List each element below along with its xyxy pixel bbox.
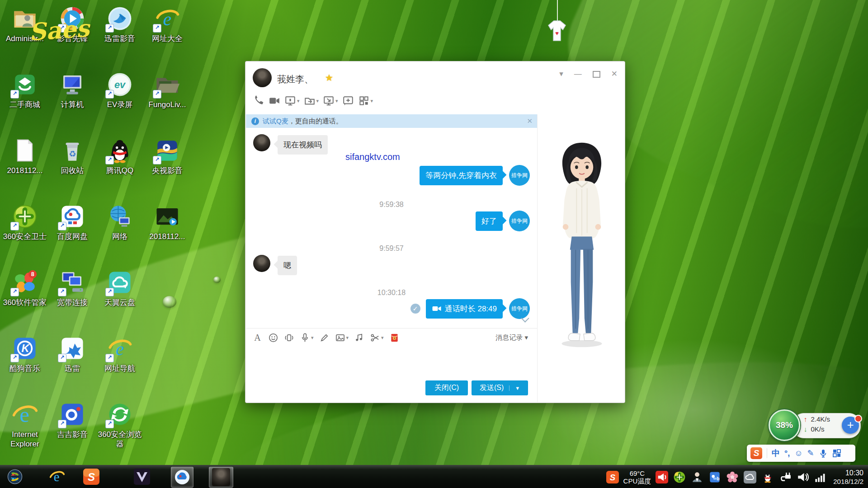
desktop-icon-jiji[interactable]: ↗吉吉影音 xyxy=(48,401,96,439)
outgoing-bubble[interactable]: 等两分钟,先穿着内衣 xyxy=(420,166,503,185)
desktop-icon-qq-penguin[interactable]: ↗腾讯QQ xyxy=(96,137,144,175)
desktop-icon-document[interactable]: 2018112... xyxy=(1,137,49,175)
ime-toolbox-icon[interactable] xyxy=(832,449,841,458)
tray-baidu-doc-icon[interactable]: b xyxy=(708,470,722,484)
tray-volume-icon[interactable] xyxy=(796,470,810,484)
dropdown-caret-icon[interactable]: ▾ xyxy=(346,335,349,341)
font-icon[interactable]: A xyxy=(252,333,263,343)
incoming-bubble[interactable]: 嗯 xyxy=(278,256,297,275)
close-icon[interactable]: ✕ xyxy=(611,70,618,79)
self-avatar[interactable]: 措争网 xyxy=(509,211,530,231)
ime-mode-chinese[interactable]: 中 xyxy=(772,449,780,458)
screen-demo-icon[interactable]: ▾ xyxy=(284,95,300,107)
ime-emoji-icon[interactable]: ☺ xyxy=(794,449,802,458)
taskbar-vagaa-button[interactable] xyxy=(132,467,152,487)
tray-doctor-icon[interactable] xyxy=(690,470,704,484)
desktop-icon-video-thumb[interactable]: 2018112... xyxy=(143,203,191,241)
sogou-ime-bar[interactable]: S 中 °, ☺ ✎ xyxy=(747,445,855,462)
desktop-icon-green-market[interactable]: ↗二手商城 xyxy=(1,71,49,109)
self-avatar[interactable]: 措争网 xyxy=(509,165,530,186)
voice-message-icon[interactable]: ▾ xyxy=(300,333,314,343)
desktop-icon-ie[interactable]: e↗网址大全 xyxy=(143,5,191,43)
message-list[interactable]: 现在视频吗sifangktv.com措争网等两分钟,先穿着内衣9:59:38措争… xyxy=(246,128,537,328)
desktop-icon-computer[interactable]: 计算机 xyxy=(48,71,96,109)
taskbar-start-button[interactable] xyxy=(5,467,25,487)
window-shake-icon[interactable] xyxy=(284,333,294,343)
message-link[interactable]: sifangktv.com xyxy=(345,152,400,162)
message-input[interactable] xyxy=(246,347,537,379)
memory-ball[interactable]: 38% xyxy=(769,409,800,441)
incoming-bubble[interactable]: 现在视频吗 xyxy=(278,135,328,155)
send-button[interactable]: 发送(S) ▼ xyxy=(472,380,528,395)
dropdown-caret-icon[interactable]: ▾ xyxy=(371,98,373,104)
desktop-icon-browser-360[interactable]: ↗360安全浏览器 xyxy=(96,401,144,449)
send-options-icon[interactable]: ▼ xyxy=(509,385,520,391)
taskbar-baidu-cloud-button[interactable] xyxy=(171,467,193,488)
desktop-icon-ie-big[interactable]: eInternet Explorer xyxy=(1,401,49,449)
virtual-avatar-girl[interactable] xyxy=(551,137,613,352)
desktop-icon-ball-360[interactable]: ↗360安全卫士 xyxy=(1,203,49,241)
voice-call-icon[interactable] xyxy=(253,95,264,107)
taskbar-qq-session-button[interactable] xyxy=(209,467,233,488)
desktop-icon-folder-open[interactable]: ↗FungoLiv... xyxy=(143,71,191,109)
tray-qq-penguin-icon[interactable] xyxy=(761,470,774,484)
emoji-icon[interactable] xyxy=(268,333,278,343)
incoming-message-row: 嗯 xyxy=(246,255,537,275)
window-menu-icon[interactable]: ▾ xyxy=(559,70,563,79)
minimize-icon[interactable]: — xyxy=(574,70,582,79)
desktop-icon-cctv[interactable]: ↗央视影音 xyxy=(143,137,191,175)
send-file-icon[interactable]: ▾ xyxy=(304,95,319,107)
video-call-icon[interactable] xyxy=(269,95,280,107)
tray-signal-icon[interactable] xyxy=(814,470,827,484)
desktop-icon-recycle-bin[interactable]: ♻回收站 xyxy=(48,137,96,175)
desktop-icon-xunlei-bird[interactable]: ↗迅雷 xyxy=(48,335,96,373)
app-box-icon[interactable]: ▾ xyxy=(358,95,373,107)
taskbar-ie-button[interactable]: e xyxy=(47,467,67,487)
desktop-icon-thunder-play[interactable]: ↗迅雷影音 xyxy=(96,5,144,43)
desktop-icon-petals-360[interactable]: 8↗360软件管家 xyxy=(1,269,49,307)
desktop-icon-baidu-pan[interactable]: ↗百度网盘 xyxy=(48,203,96,241)
tray-flower-icon[interactable] xyxy=(726,470,739,484)
qmic-try-link[interactable]: 试试Q麦 xyxy=(263,117,288,126)
taskbar-sogou-button[interactable]: S xyxy=(81,467,101,487)
call-record-bubble[interactable]: 通话时长 28:49 xyxy=(426,299,503,319)
sogou-tray-icon[interactable]: S xyxy=(606,470,619,484)
dropdown-caret-icon[interactable]: ▾ xyxy=(311,335,314,341)
red-packet-icon[interactable]: ¥ xyxy=(389,333,400,343)
tray-plug-icon[interactable] xyxy=(778,470,792,484)
net-speed-widget[interactable]: ↑ 2.4K/s ↓ 0K/s + 38% xyxy=(769,409,866,441)
desktop-icon-tianyi-cloud[interactable]: ↗天翼云盘 xyxy=(96,269,144,307)
create-session-icon[interactable] xyxy=(342,95,354,107)
desktop-icon-kugou[interactable]: K↗酷狗音乐 xyxy=(1,335,49,373)
tray-cloud-icon[interactable] xyxy=(743,470,757,484)
dropdown-caret-icon[interactable]: ▾ xyxy=(316,98,319,104)
desktop-icon-broadband[interactable]: ↗宽带连接 xyxy=(48,269,96,307)
message-history-button[interactable]: 消息记录 ▾ xyxy=(495,333,528,342)
ime-handwrite-icon[interactable]: ✎ xyxy=(807,449,814,458)
doodle-icon[interactable] xyxy=(319,333,330,343)
remote-assist-icon[interactable]: ▾ xyxy=(323,95,338,107)
tray-megaphone-icon[interactable] xyxy=(655,470,669,484)
ime-mic-icon[interactable] xyxy=(819,449,828,458)
peer-avatar[interactable] xyxy=(253,134,270,151)
dropdown-caret-icon[interactable]: ▾ xyxy=(381,335,384,341)
music-icon[interactable] xyxy=(354,333,364,343)
taskbar-clock[interactable]: 10:30 2018/12/2 xyxy=(833,469,863,486)
dropdown-caret-icon[interactable]: ▾ xyxy=(297,98,300,104)
peer-avatar[interactable] xyxy=(253,255,270,272)
screenshot-icon[interactable]: ▾ xyxy=(370,333,384,343)
tip-close-icon[interactable]: ✕ xyxy=(527,117,533,125)
dropdown-caret-icon[interactable]: ▾ xyxy=(335,98,338,104)
sogou-logo-icon[interactable]: S xyxy=(750,447,762,459)
hanging-tshirt[interactable]: ♥ xyxy=(544,19,570,42)
ime-punctuation[interactable]: °, xyxy=(784,449,790,458)
peer-avatar[interactable] xyxy=(253,68,272,87)
close-button[interactable]: 关闭(C) xyxy=(425,380,468,395)
outgoing-bubble[interactable]: 好了 xyxy=(476,211,503,231)
desktop-icon-ie[interactable]: e↗网址导航 xyxy=(96,335,144,373)
image-icon[interactable]: ▾ xyxy=(335,333,349,343)
tray-360-ball-icon[interactable] xyxy=(673,470,686,484)
maximize-icon[interactable] xyxy=(593,71,600,78)
desktop-icon-ev[interactable]: ev↗EV录屏 xyxy=(96,71,144,109)
desktop-icon-network[interactable]: 网络 xyxy=(96,203,144,241)
